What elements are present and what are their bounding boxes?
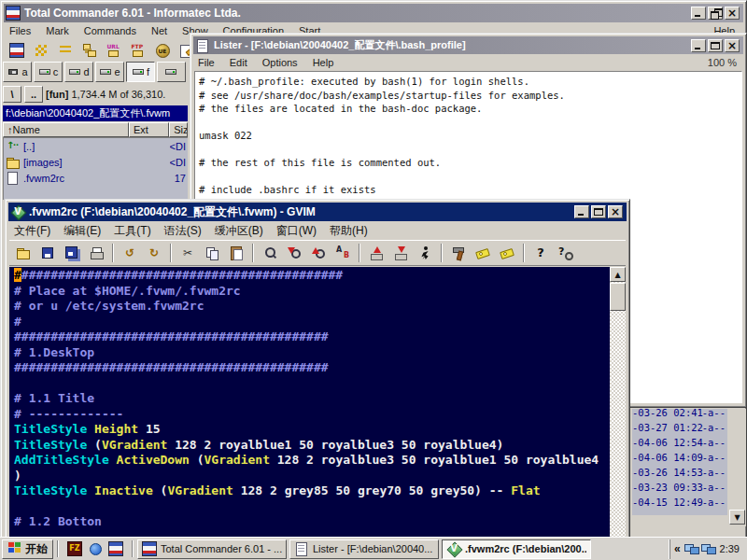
copy-button[interactable]: [201, 242, 223, 264]
file-row[interactable]: .fvwm2rc17: [4, 170, 188, 186]
ftp-button[interactable]: [127, 40, 148, 61]
restore-button[interactable]: [708, 7, 723, 20]
undo-button[interactable]: [119, 242, 141, 264]
tc-path-bar[interactable]: f:\debian\20040402_配置文件\.fvwm: [3, 105, 188, 121]
file-date-row[interactable]: -03-23 09:33-a--: [632, 480, 727, 495]
gvim-menu-item-2[interactable]: 编辑(E): [63, 222, 101, 239]
gvim-menu-item-3[interactable]: 工具(T): [114, 222, 150, 239]
parent-dir-button[interactable]: ..: [24, 86, 43, 103]
save-all-button[interactable]: [61, 242, 83, 264]
gvim-scrollbar[interactable]: ▲: [610, 267, 626, 553]
network-icon-1[interactable]: [684, 541, 699, 556]
file-row[interactable]: [..]<DI: [4, 138, 188, 154]
column-header-ext[interactable]: Ext: [129, 122, 169, 137]
root-dir-button[interactable]: \: [3, 86, 21, 103]
lister-menu-file[interactable]: File: [198, 55, 215, 70]
open-button[interactable]: [12, 242, 35, 264]
taskbar-separator: [57, 540, 59, 557]
replace-button[interactable]: [331, 242, 354, 264]
jump-tag-button[interactable]: [496, 242, 518, 264]
tc-menu-files[interactable]: Files: [9, 24, 31, 38]
tc-menu-commands[interactable]: Commands: [84, 24, 136, 38]
ultraedit-button[interactable]: [151, 40, 173, 61]
redo-button[interactable]: [143, 242, 165, 264]
url-button[interactable]: [103, 40, 124, 61]
total-commander-quicklaunch-button[interactable]: [106, 539, 125, 558]
tc-right-panel-scrollbar[interactable]: ▼: [728, 409, 746, 526]
ultraedit-icon: [155, 43, 170, 58]
drive-button-partial[interactable]: [157, 62, 186, 82]
gvim-menu-item-7[interactable]: 帮助(H): [330, 222, 368, 239]
find-button[interactable]: [259, 242, 281, 264]
gvim-minimize-button[interactable]: [574, 205, 589, 218]
file-date-row[interactable]: -04-06 14:09-a--: [632, 450, 727, 465]
text-line: # the files are located in the bash-doc …: [199, 102, 741, 116]
tc-menu-net[interactable]: Net: [151, 24, 167, 38]
gvim-menu-item-4[interactable]: 语法(S): [164, 222, 202, 239]
maxthon-button[interactable]: [86, 539, 105, 558]
thumbnails-view-button[interactable]: [30, 40, 51, 61]
gvim-menu-item-5[interactable]: 缓冲区(B): [215, 222, 263, 239]
tray-chevron-icon[interactable]: «: [674, 542, 681, 555]
lister-maximize-button[interactable]: [708, 39, 723, 52]
drive-button-d[interactable]: d: [64, 62, 93, 82]
make-button[interactable]: [447, 242, 470, 264]
scroll-up-icon[interactable]: ▲: [610, 267, 626, 282]
task-button-fvwm2rc-f-d[interactable]: .fvwm2rc (F:\debian\200...: [442, 539, 591, 559]
file-date-row[interactable]: -04-15 12:49-a--: [632, 495, 727, 510]
drive-button-f[interactable]: f: [126, 62, 155, 82]
tc-logo-button[interactable]: [6, 40, 27, 61]
gvim-close-button[interactable]: [608, 205, 623, 218]
save-button[interactable]: [36, 242, 59, 264]
run-script-button[interactable]: [414, 242, 436, 264]
network-icon-2[interactable]: [701, 541, 716, 556]
lister-minimize-button[interactable]: [691, 39, 706, 52]
minimize-button[interactable]: [691, 7, 706, 20]
lister-menu-options[interactable]: Options: [262, 55, 298, 70]
lister-close-button[interactable]: [725, 39, 740, 52]
tc-title-bar[interactable]: Total Commander 6.01 - Informatec Ltda.: [4, 4, 743, 22]
lister-menu-help[interactable]: Help: [313, 55, 334, 70]
find-prev-button[interactable]: [307, 242, 330, 264]
lister-title-bar[interactable]: Lister - [F:\debian\20040402_配置文件\.bash_…: [193, 36, 743, 54]
filezilla-button[interactable]: [65, 539, 84, 558]
scroll-down-icon[interactable]: ▼: [729, 510, 745, 525]
help-button[interactable]: [529, 242, 552, 264]
find-next-button[interactable]: [283, 242, 305, 264]
cut-button[interactable]: [176, 242, 199, 264]
gvim-title-bar[interactable]: .fvwm2rc (F:\debian\20040402_配置文件\.fvwm)…: [8, 203, 627, 221]
gvim-maximize-button[interactable]: [591, 205, 606, 218]
tree-view-button[interactable]: [78, 40, 100, 61]
gvim-menu-item-1[interactable]: 文件(F): [14, 222, 50, 239]
file-date-row[interactable]: -03-26 02:41-a--: [632, 409, 727, 420]
gvim-menu-item-6[interactable]: 窗口(W): [276, 222, 317, 239]
scrollbar-thumb[interactable]: [610, 283, 626, 311]
hard-drive-icon: [164, 65, 177, 78]
save-session-button[interactable]: [389, 242, 412, 264]
find-help-button[interactable]: [554, 242, 576, 264]
file-date-row[interactable]: -03-26 14:53-a--: [632, 465, 727, 480]
paste-button[interactable]: [225, 242, 247, 264]
brief-view-button[interactable]: [54, 40, 76, 61]
print-button[interactable]: [85, 242, 107, 264]
tc-right-panel-file-list[interactable]: -03-26 02:41-a---03-27 01:22-a---04-06 1…: [632, 409, 727, 515]
drive-button-a[interactable]: a: [3, 62, 32, 82]
task-button-total-commande[interactable]: Total Commander 6.01 - ...: [137, 539, 287, 559]
start-button[interactable]: 开始: [2, 539, 53, 559]
lister-menu-edit[interactable]: Edit: [230, 55, 247, 70]
file-date-row[interactable]: -03-27 01:22-a--: [632, 420, 727, 435]
task-button-lister-f-d[interactable]: Lister - [F:\debian\20040...: [289, 539, 439, 559]
file-row[interactable]: [images]<DI: [4, 154, 188, 170]
system-tray: « 2:39: [669, 539, 745, 559]
tc-file-list[interactable]: [..]<DI[images]<DI.fvwm2rc17: [3, 137, 188, 200]
column-header-name[interactable]: ↑Name: [3, 122, 129, 137]
tc-menu-mark[interactable]: Mark: [46, 24, 68, 38]
load-session-button[interactable]: [365, 242, 388, 264]
close-button[interactable]: [725, 7, 740, 20]
build-tags-button[interactable]: [472, 242, 494, 264]
drive-button-c[interactable]: c: [34, 62, 63, 82]
drive-button-e[interactable]: e: [95, 62, 124, 82]
column-header-size[interactable]: Siz: [169, 122, 188, 137]
file-date-row[interactable]: -04-06 12:54-a--: [632, 435, 727, 450]
gvim-editor-area[interactable]: ########################################…: [9, 267, 610, 553]
